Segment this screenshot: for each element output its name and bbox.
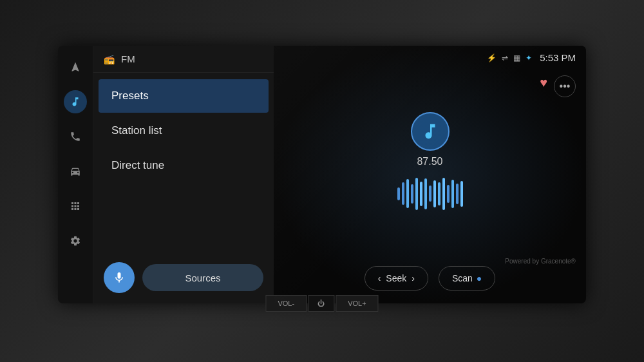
main-content: 📻 FM Presets Station list Direct tune So… bbox=[93, 46, 586, 303]
favorite-icon[interactable]: ♥ bbox=[540, 75, 547, 97]
screen: 📻 FM Presets Station list Direct tune So… bbox=[58, 46, 586, 303]
panel-title: FM bbox=[121, 53, 135, 64]
seek-prev-icon: ‹ bbox=[378, 273, 381, 283]
waveform-bar bbox=[397, 187, 400, 200]
scan-dot-icon: ● bbox=[477, 273, 482, 283]
waveform-bar bbox=[433, 180, 436, 207]
scan-button[interactable]: Scan ● bbox=[439, 266, 495, 291]
screen-container: 📻 FM Presets Station list Direct tune So… bbox=[58, 46, 586, 303]
left-panel: 📻 FM Presets Station list Direct tune So… bbox=[93, 46, 274, 303]
car-surround: 📻 FM Presets Station list Direct tune So… bbox=[0, 0, 644, 362]
now-playing-area: 87.50 bbox=[274, 70, 586, 258]
right-panel: ⚡ ⇌ ▦ ✦ 5:53 PM ♥ ••• bbox=[274, 46, 586, 303]
action-icons: ♥ ••• bbox=[540, 75, 576, 97]
bottom-controls: Sources bbox=[93, 252, 274, 303]
scan-label: Scan bbox=[452, 273, 473, 283]
waveform-bar bbox=[442, 178, 445, 210]
settings-icon[interactable] bbox=[64, 229, 87, 252]
menu-items: Presets Station list Direct tune bbox=[93, 73, 274, 252]
shuffle-icon: ⇌ bbox=[502, 53, 508, 62]
waveform-bar bbox=[406, 179, 409, 208]
sources-button[interactable]: Sources bbox=[142, 264, 263, 291]
gracenote-attribution: Powered by Gracenote® bbox=[505, 258, 576, 265]
navigation-icon[interactable] bbox=[64, 55, 87, 79]
status-icons: ⚡ ⇌ ▦ ✦ bbox=[487, 53, 532, 62]
signal-icon: ▦ bbox=[513, 53, 520, 62]
seek-label: Seek bbox=[386, 273, 406, 283]
station-icon bbox=[411, 112, 450, 151]
location-icon: ⚡ bbox=[487, 53, 497, 62]
phone-icon[interactable] bbox=[64, 125, 87, 148]
seek-button[interactable]: ‹ Seek › bbox=[365, 266, 428, 291]
frequency-display: 87.50 bbox=[417, 156, 442, 167]
waveform-bar bbox=[415, 178, 418, 210]
menu-item-direct-tune[interactable]: Direct tune bbox=[99, 149, 269, 182]
waveform-bar bbox=[424, 178, 427, 209]
menu-item-presets[interactable]: Presets bbox=[99, 79, 269, 113]
more-options-button[interactable]: ••• bbox=[554, 75, 576, 97]
menu-item-station-list[interactable]: Station list bbox=[99, 114, 269, 148]
waveform-bar bbox=[447, 185, 450, 203]
waveform-bar bbox=[456, 184, 459, 204]
waveform-bar bbox=[429, 186, 431, 202]
waveform bbox=[397, 178, 463, 210]
music-icon[interactable] bbox=[64, 90, 87, 113]
apps-icon[interactable] bbox=[64, 195, 87, 218]
waveform-bar bbox=[451, 180, 454, 208]
waveform-bar bbox=[420, 182, 422, 206]
mic-button[interactable] bbox=[104, 262, 135, 293]
playback-controls: ‹ Seek › Scan ● bbox=[274, 258, 586, 303]
bluetooth-icon: ✦ bbox=[526, 53, 532, 62]
radio-icon: 📻 bbox=[104, 54, 115, 64]
waveform-bar bbox=[438, 182, 440, 205]
top-bar: ⚡ ⇌ ▦ ✦ 5:53 PM bbox=[274, 46, 586, 70]
sidebar bbox=[58, 46, 93, 303]
waveform-bar bbox=[411, 184, 413, 204]
waveform-bar bbox=[460, 181, 463, 207]
waveform-bar bbox=[402, 182, 404, 205]
car-icon[interactable] bbox=[64, 160, 87, 183]
status-time: 5:53 PM bbox=[540, 52, 576, 63]
seek-next-icon: › bbox=[412, 273, 415, 283]
panel-header: 📻 FM bbox=[93, 46, 274, 73]
